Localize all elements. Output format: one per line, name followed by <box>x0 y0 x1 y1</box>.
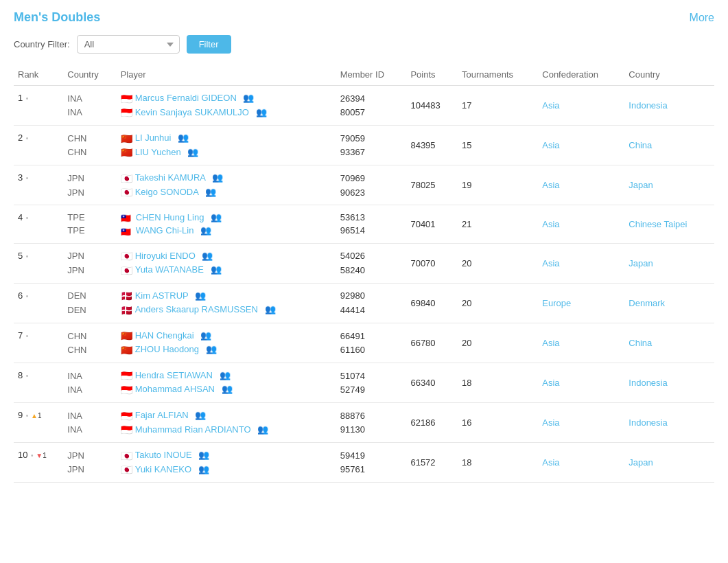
player-link[interactable]: Hendra SETIAWAN <box>135 370 213 380</box>
player-link[interactable]: Takeshi KAMURA <box>135 172 206 183</box>
player-link[interactable]: Fajar ALFIAN <box>135 410 189 420</box>
country-link[interactable]: Japan <box>629 180 653 190</box>
more-link[interactable]: More <box>690 12 714 24</box>
country-link[interactable]: Indonesia <box>629 100 667 111</box>
member-icon[interactable]: 👥 <box>212 172 223 183</box>
country-link[interactable]: China <box>629 140 652 150</box>
player-link[interactable]: Yuta WATANABE <box>135 264 204 275</box>
country-code: JPN <box>63 165 116 185</box>
country-code: INA <box>63 403 116 423</box>
filter-button[interactable]: Filter <box>187 35 231 54</box>
member-icon[interactable]: 👥 <box>178 133 189 143</box>
confederation-link[interactable]: Asia <box>542 457 559 468</box>
tournaments: 21 <box>458 205 538 243</box>
member-id: 91130 <box>336 423 407 443</box>
country-name: Indonesia <box>624 86 714 126</box>
member-id: 44414 <box>336 303 407 323</box>
confederation-link[interactable]: Europe <box>542 298 571 308</box>
tournaments: 20 <box>458 283 538 323</box>
confederation-link[interactable]: Asia <box>542 140 559 150</box>
player-link[interactable]: ZHOU Haodong <box>135 344 199 354</box>
member-icon[interactable]: 👥 <box>195 290 206 301</box>
rank-number: 7 <box>18 330 23 341</box>
confederation: Europe <box>538 283 624 323</box>
member-icon[interactable]: 👥 <box>222 384 233 394</box>
filter-bar: Country Filter: All Filter <box>14 35 714 54</box>
player-cell: 🇮🇩Kevin Sanjaya SUKAMULJO 👥 <box>117 106 336 126</box>
player-link[interactable]: Keigo SONODA <box>135 187 199 197</box>
player-link[interactable]: WANG Chi-Lin <box>136 225 194 235</box>
country-link[interactable]: Indonesia <box>629 378 667 388</box>
points: 62186 <box>406 403 458 443</box>
country-code: TPE <box>63 205 116 225</box>
player-link[interactable]: CHEN Hung Ling <box>136 212 204 222</box>
member-icon[interactable]: 👥 <box>195 410 206 420</box>
player-link[interactable]: Muhammad Rian ARDIANTO <box>135 424 251 435</box>
country-name: China <box>624 126 714 165</box>
member-icon[interactable]: 👥 <box>200 330 211 341</box>
player-link[interactable]: LIU Yuchen <box>135 147 181 157</box>
member-icon[interactable]: 👥 <box>220 370 231 380</box>
member-icon[interactable]: 👥 <box>187 147 198 157</box>
member-icon[interactable]: 👥 <box>206 344 217 354</box>
player-link[interactable]: Kevin Sanjaya SUKAMULJO <box>135 107 249 117</box>
member-id: 52749 <box>336 382 407 402</box>
member-icon[interactable]: 👥 <box>200 225 211 235</box>
country-link[interactable]: China <box>629 338 652 348</box>
confederation-link[interactable]: Asia <box>542 219 559 229</box>
confederation-link[interactable]: Asia <box>542 417 559 428</box>
member-icon[interactable]: 👥 <box>256 107 267 117</box>
country-name: China <box>624 323 714 363</box>
country-link[interactable]: Indonesia <box>629 417 667 428</box>
country-name: Japan <box>624 443 714 483</box>
confederation: Asia <box>538 403 624 443</box>
player-cell: 🇯🇵Keigo SONODA 👥 <box>117 185 336 205</box>
tournaments: 18 <box>458 363 538 402</box>
member-icon[interactable]: 👥 <box>257 424 268 435</box>
points: 84395 <box>406 126 458 165</box>
member-icon[interactable]: 👥 <box>198 464 209 474</box>
player-link[interactable]: Anders Skaarup RASMUSSEN <box>135 304 258 314</box>
confederation-link[interactable]: Asia <box>542 258 559 268</box>
member-icon[interactable]: 👥 <box>243 93 254 103</box>
player-link[interactable]: HAN Chengkai <box>135 330 194 341</box>
confederation-link[interactable]: Asia <box>542 338 559 348</box>
col-player: Player <box>117 64 336 86</box>
member-icon[interactable]: 👥 <box>205 187 216 197</box>
points: 104483 <box>406 86 458 126</box>
country-code: CHN <box>63 343 116 363</box>
member-id: 70969 <box>336 165 407 185</box>
confederation: Asia <box>538 165 624 205</box>
member-icon[interactable]: 👥 <box>265 304 276 314</box>
tournaments: 17 <box>458 86 538 126</box>
player-link[interactable]: Kim ASTRUP <box>135 290 189 301</box>
country-filter-select[interactable]: All <box>77 35 180 54</box>
member-icon[interactable]: 👥 <box>202 251 213 261</box>
tournaments: 20 <box>458 323 538 363</box>
country-link[interactable]: Denmark <box>629 298 665 308</box>
player-link[interactable]: Hiroyuki ENDO <box>135 251 196 261</box>
country-link[interactable]: Japan <box>629 457 653 468</box>
confederation-link[interactable]: Asia <box>542 180 559 190</box>
member-id: 93367 <box>336 146 407 165</box>
player-cell: 🇨🇳ZHOU Haodong 👥 <box>117 343 336 363</box>
rank-number: 6 <box>18 290 23 301</box>
player-link[interactable]: Marcus Fernaldi GIDEON <box>135 93 237 103</box>
rank-number: 2 <box>18 133 23 143</box>
confederation-link[interactable]: Asia <box>542 378 559 388</box>
player-link[interactable]: Yuki KANEKO <box>135 464 191 474</box>
points: 70401 <box>406 205 458 243</box>
player-link[interactable]: Takuto INOUE <box>135 450 192 460</box>
confederation-link[interactable]: Asia <box>542 100 559 111</box>
member-id: 95761 <box>336 463 407 483</box>
player-link[interactable]: Mohammad AHSAN <box>135 384 215 394</box>
member-icon[interactable]: 👥 <box>198 450 209 460</box>
player-link[interactable]: LI Junhui <box>135 133 172 143</box>
country-link[interactable]: Chinese Taipei <box>629 219 687 229</box>
member-icon[interactable]: 👥 <box>211 264 222 275</box>
member-icon[interactable]: 👥 <box>211 212 222 222</box>
player-cell: 🇮🇩Hendra SETIAWAN 👥 <box>117 363 336 382</box>
country-link[interactable]: Japan <box>629 258 653 268</box>
member-id: 80057 <box>336 106 407 126</box>
country-code: JPN <box>63 263 116 283</box>
